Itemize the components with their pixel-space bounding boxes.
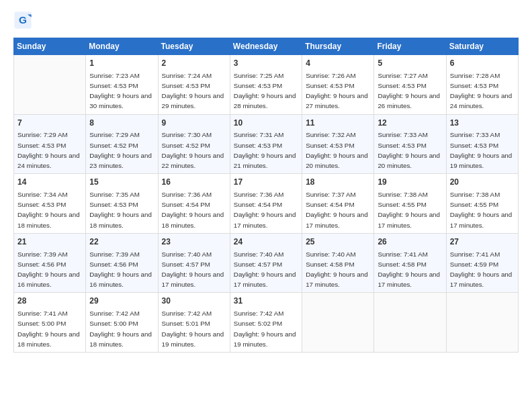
day-number: 25 xyxy=(306,236,370,248)
day-number: 27 xyxy=(450,236,515,248)
calendar-cell: 13Sunrise: 7:33 AMSunset: 4:53 PMDayligh… xyxy=(446,114,518,174)
calendar-cell xyxy=(302,293,374,353)
weekday-header: Friday xyxy=(374,38,446,55)
day-info: Sunrise: 7:37 AMSunset: 4:54 PMDaylight:… xyxy=(306,191,368,229)
day-number: 3 xyxy=(234,58,298,69)
calendar-cell: 17Sunrise: 7:36 AMSunset: 4:54 PMDayligh… xyxy=(230,174,302,234)
calendar-cell: 24Sunrise: 7:40 AMSunset: 4:57 PMDayligh… xyxy=(230,233,302,293)
day-number: 26 xyxy=(378,236,442,248)
day-info: Sunrise: 7:35 AMSunset: 4:53 PMDaylight:… xyxy=(89,191,152,229)
day-info: Sunrise: 7:33 AMSunset: 4:53 PMDaylight:… xyxy=(450,131,513,169)
day-number: 28 xyxy=(17,295,82,307)
day-info: Sunrise: 7:34 AMSunset: 4:53 PMDaylight:… xyxy=(17,191,80,229)
day-info: Sunrise: 7:42 AMSunset: 5:00 PMDaylight:… xyxy=(89,310,152,348)
calendar-cell: 31Sunrise: 7:42 AMSunset: 5:02 PMDayligh… xyxy=(230,293,302,353)
calendar-week-row: 21Sunrise: 7:39 AMSunset: 4:56 PMDayligh… xyxy=(14,233,519,293)
day-info: Sunrise: 7:36 AMSunset: 4:54 PMDaylight:… xyxy=(234,191,296,229)
calendar-cell: 10Sunrise: 7:31 AMSunset: 4:53 PMDayligh… xyxy=(230,114,302,174)
calendar-cell: 15Sunrise: 7:35 AMSunset: 4:53 PMDayligh… xyxy=(86,174,158,234)
calendar-week-row: 14Sunrise: 7:34 AMSunset: 4:53 PMDayligh… xyxy=(14,174,519,234)
day-number: 13 xyxy=(450,118,515,129)
logo: G xyxy=(13,11,35,30)
day-info: Sunrise: 7:38 AMSunset: 4:55 PMDaylight:… xyxy=(450,191,513,229)
calendar-cell: 28Sunrise: 7:41 AMSunset: 5:00 PMDayligh… xyxy=(14,293,86,353)
logo-icon: G xyxy=(13,11,32,30)
calendar-cell: 9Sunrise: 7:30 AMSunset: 4:52 PMDaylight… xyxy=(158,114,230,174)
weekday-header: Monday xyxy=(86,38,158,55)
calendar-cell: 5Sunrise: 7:27 AMSunset: 4:53 PMDaylight… xyxy=(374,55,446,115)
calendar-cell: 19Sunrise: 7:38 AMSunset: 4:55 PMDayligh… xyxy=(374,174,446,234)
day-info: Sunrise: 7:23 AMSunset: 4:53 PMDaylight:… xyxy=(89,72,152,110)
day-number: 23 xyxy=(162,236,226,248)
day-number: 31 xyxy=(234,295,298,307)
day-number: 14 xyxy=(17,177,82,188)
weekday-header: Wednesday xyxy=(230,38,302,55)
day-number: 6 xyxy=(450,58,515,69)
calendar-cell: 14Sunrise: 7:34 AMSunset: 4:53 PMDayligh… xyxy=(14,174,86,234)
calendar-cell: 22Sunrise: 7:39 AMSunset: 4:56 PMDayligh… xyxy=(86,233,158,293)
day-info: Sunrise: 7:27 AMSunset: 4:53 PMDaylight:… xyxy=(378,72,440,110)
day-number: 17 xyxy=(234,177,298,188)
calendar-cell: 2Sunrise: 7:24 AMSunset: 4:53 PMDaylight… xyxy=(158,55,230,115)
day-number: 15 xyxy=(89,177,154,188)
day-info: Sunrise: 7:26 AMSunset: 4:53 PMDaylight:… xyxy=(306,72,368,110)
calendar-cell: 21Sunrise: 7:39 AMSunset: 4:56 PMDayligh… xyxy=(14,233,86,293)
calendar-cell xyxy=(374,293,446,353)
calendar-cell: 16Sunrise: 7:36 AMSunset: 4:54 PMDayligh… xyxy=(158,174,230,234)
page-header: G xyxy=(13,11,519,30)
day-info: Sunrise: 7:42 AMSunset: 5:01 PMDaylight:… xyxy=(162,310,224,348)
day-number: 21 xyxy=(17,236,82,248)
day-info: Sunrise: 7:33 AMSunset: 4:53 PMDaylight:… xyxy=(378,131,440,169)
calendar-cell: 12Sunrise: 7:33 AMSunset: 4:53 PMDayligh… xyxy=(374,114,446,174)
calendar-cell: 1Sunrise: 7:23 AMSunset: 4:53 PMDaylight… xyxy=(86,55,158,115)
calendar-cell xyxy=(14,55,86,115)
calendar-cell xyxy=(446,293,518,353)
calendar-table: SundayMondayTuesdayWednesdayThursdayFrid… xyxy=(13,38,519,353)
calendar-cell: 18Sunrise: 7:37 AMSunset: 4:54 PMDayligh… xyxy=(302,174,374,234)
calendar-cell: 26Sunrise: 7:41 AMSunset: 4:58 PMDayligh… xyxy=(374,233,446,293)
day-info: Sunrise: 7:28 AMSunset: 4:53 PMDaylight:… xyxy=(450,72,513,110)
day-number: 12 xyxy=(378,118,442,129)
day-info: Sunrise: 7:40 AMSunset: 4:58 PMDaylight:… xyxy=(306,250,368,289)
day-number: 24 xyxy=(234,236,298,248)
day-info: Sunrise: 7:30 AMSunset: 4:52 PMDaylight:… xyxy=(162,131,224,169)
day-info: Sunrise: 7:38 AMSunset: 4:55 PMDaylight:… xyxy=(378,191,440,229)
day-info: Sunrise: 7:41 AMSunset: 5:00 PMDaylight:… xyxy=(17,310,80,348)
day-number: 22 xyxy=(89,236,154,248)
calendar-cell: 25Sunrise: 7:40 AMSunset: 4:58 PMDayligh… xyxy=(302,233,374,293)
day-number: 8 xyxy=(89,118,154,129)
day-info: Sunrise: 7:32 AMSunset: 4:53 PMDaylight:… xyxy=(306,131,368,169)
calendar-cell: 11Sunrise: 7:32 AMSunset: 4:53 PMDayligh… xyxy=(302,114,374,174)
day-number: 18 xyxy=(306,177,370,188)
calendar-cell: 8Sunrise: 7:29 AMSunset: 4:52 PMDaylight… xyxy=(86,114,158,174)
calendar-cell: 27Sunrise: 7:41 AMSunset: 4:59 PMDayligh… xyxy=(446,233,518,293)
day-number: 9 xyxy=(162,118,226,129)
day-info: Sunrise: 7:24 AMSunset: 4:53 PMDaylight:… xyxy=(162,72,224,110)
calendar-cell: 23Sunrise: 7:40 AMSunset: 4:57 PMDayligh… xyxy=(158,233,230,293)
day-info: Sunrise: 7:39 AMSunset: 4:56 PMDaylight:… xyxy=(17,250,80,289)
calendar-cell: 4Sunrise: 7:26 AMSunset: 4:53 PMDaylight… xyxy=(302,55,374,115)
day-number: 1 xyxy=(89,58,154,69)
day-number: 5 xyxy=(378,58,442,69)
calendar-cell: 7Sunrise: 7:29 AMSunset: 4:53 PMDaylight… xyxy=(14,114,86,174)
day-number: 16 xyxy=(162,177,226,188)
calendar-cell: 30Sunrise: 7:42 AMSunset: 5:01 PMDayligh… xyxy=(158,293,230,353)
calendar-cell: 20Sunrise: 7:38 AMSunset: 4:55 PMDayligh… xyxy=(446,174,518,234)
day-number: 20 xyxy=(450,177,515,188)
calendar-cell: 29Sunrise: 7:42 AMSunset: 5:00 PMDayligh… xyxy=(86,293,158,353)
day-info: Sunrise: 7:41 AMSunset: 4:58 PMDaylight:… xyxy=(378,250,440,289)
day-number: 2 xyxy=(162,58,226,69)
day-info: Sunrise: 7:40 AMSunset: 4:57 PMDaylight:… xyxy=(234,250,296,289)
calendar-cell: 6Sunrise: 7:28 AMSunset: 4:53 PMDaylight… xyxy=(446,55,518,115)
day-info: Sunrise: 7:39 AMSunset: 4:56 PMDaylight:… xyxy=(89,250,152,289)
day-info: Sunrise: 7:41 AMSunset: 4:59 PMDaylight:… xyxy=(450,250,513,289)
day-info: Sunrise: 7:40 AMSunset: 4:57 PMDaylight:… xyxy=(162,250,224,289)
day-number: 30 xyxy=(162,295,226,307)
calendar-header-row: SundayMondayTuesdayWednesdayThursdayFrid… xyxy=(14,38,519,55)
day-info: Sunrise: 7:29 AMSunset: 4:53 PMDaylight:… xyxy=(17,131,80,169)
day-info: Sunrise: 7:29 AMSunset: 4:52 PMDaylight:… xyxy=(89,131,152,169)
day-info: Sunrise: 7:42 AMSunset: 5:02 PMDaylight:… xyxy=(234,310,296,348)
weekday-header: Tuesday xyxy=(158,38,230,55)
day-number: 4 xyxy=(306,58,370,69)
calendar-week-row: 1Sunrise: 7:23 AMSunset: 4:53 PMDaylight… xyxy=(14,55,519,115)
